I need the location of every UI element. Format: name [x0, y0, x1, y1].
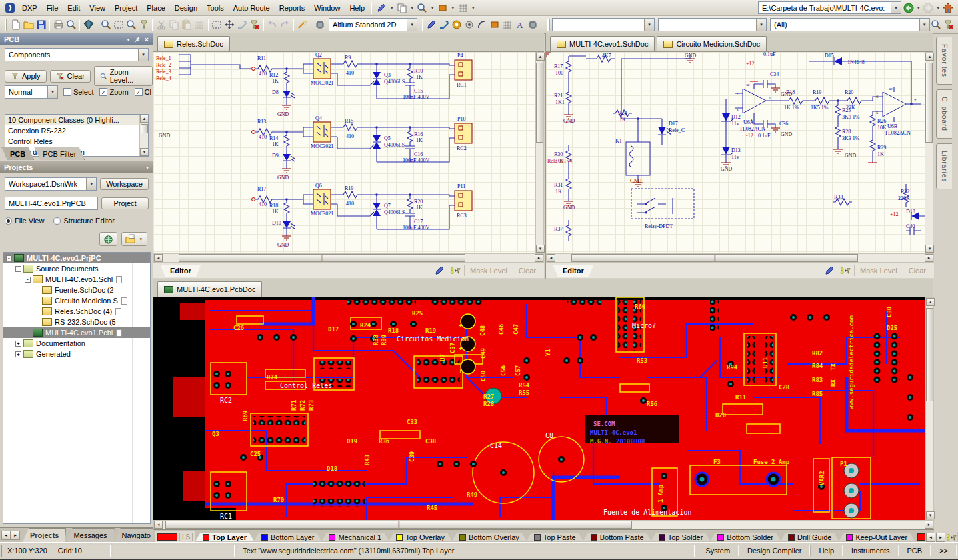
document-tab[interactable]: MULTI-4C.evo1.PcbDoc [157, 281, 262, 297]
chevron-down-icon[interactable]: ▾ [407, 19, 417, 31]
tree-item-label[interactable]: MULTI-4C.evo1.Pcbl [45, 329, 113, 337]
tree-item[interactable]: Reles.SchDoc (4) [3, 306, 150, 317]
filter-combo-2[interactable]: ▾ [658, 18, 767, 31]
menu-item[interactable]: Project [110, 3, 142, 13]
mask-level-button[interactable]: Mask Level [854, 265, 903, 276]
select-area-icon[interactable] [211, 17, 223, 32]
wand-icon[interactable] [296, 17, 309, 32]
back-button[interactable] [901, 1, 916, 15]
panel-tab[interactable]: PCB Filter [34, 147, 85, 160]
clear-filter-icon[interactable] [249, 17, 261, 32]
view-style-combo[interactable]: Altium Standard 2D ▾ [329, 18, 417, 31]
menu-item[interactable]: Tools [202, 3, 229, 13]
chevron-down-icon[interactable]: ▾ [86, 178, 96, 190]
tree-item[interactable]: - MULTI-4C.evo1.PrjPC [3, 253, 150, 263]
chevron-down-icon[interactable]: ▾ [430, 5, 435, 11]
redo-icon[interactable] [279, 17, 291, 32]
cut-icon[interactable] [155, 17, 167, 32]
document-tab[interactable]: Reles.SchDoc [157, 36, 230, 51]
checkbox-box[interactable] [63, 88, 71, 96]
panel-menu-icon[interactable]: ▾ [146, 165, 149, 171]
apply-button[interactable]: Apply [5, 70, 47, 83]
layer-tab[interactable]: Top Layer [195, 533, 254, 541]
tree-item[interactable]: + Documentation [3, 338, 150, 349]
view-3d-icon[interactable] [82, 17, 95, 32]
highlight-mode-combo[interactable]: Normal ▾ [5, 85, 58, 99]
editor-tab[interactable]: Editor [553, 265, 594, 277]
copy-icon[interactable] [168, 17, 181, 32]
layer-tab[interactable]: Bottom Overlay [452, 533, 527, 541]
panel-bottom-tab[interactable]: Projects [23, 528, 66, 542]
chevron-down-icon[interactable]: ▾ [451, 5, 456, 11]
chevron-down-icon[interactable]: ▾ [471, 5, 476, 11]
chevron-down-icon[interactable]: ▾ [47, 86, 57, 98]
tree-expand-glyph[interactable]: + [15, 351, 21, 357]
chevron-down-icon[interactable]: ▾ [138, 49, 148, 61]
place-component-icon[interactable] [527, 17, 539, 32]
interactive-route-icon[interactable] [437, 17, 450, 32]
tree-item-label[interactable]: RS-232.SchDoc (5 [55, 318, 116, 326]
menu-item[interactable]: Design [170, 3, 202, 13]
status-button[interactable]: Help [810, 545, 843, 556]
schematic-canvas-reles[interactable]: Rele_1Rele_2Rele_3Rele_4GNDR11410R121KD8… [153, 52, 535, 253]
browse-components-icon[interactable] [313, 17, 326, 32]
place-string-icon[interactable] [514, 17, 527, 32]
scroll-right-arrow[interactable]: ▸ [925, 254, 933, 262]
panel-tab[interactable]: PCB [1, 147, 34, 160]
grid-tools-icon[interactable] [455, 1, 470, 15]
pin-icon[interactable]: 📌︎ [134, 36, 141, 43]
status-button[interactable]: System [697, 545, 739, 556]
pcb-vscrollbar[interactable]: ▴ ▾ [925, 297, 934, 520]
menu-item[interactable]: Auto Route [229, 3, 275, 13]
pcb-hscrollbar[interactable]: ◂ ║ ▸ [153, 520, 934, 529]
scrollbar-thumb[interactable] [536, 63, 543, 143]
pencil-icon[interactable] [822, 263, 837, 278]
panel-mode-combo[interactable]: Components ▾ [5, 48, 149, 61]
place-array-icon[interactable] [501, 17, 513, 32]
pencil-icon[interactable] [432, 263, 447, 278]
open-document-icon[interactable] [22, 17, 35, 32]
save-icon[interactable] [35, 17, 47, 32]
class-list-header[interactable]: 10 Component Classes (0 Highli... [5, 115, 148, 125]
scrollbar-thumb[interactable] [141, 124, 148, 133]
layer-tab[interactable]: Top Paste [527, 533, 583, 541]
layer-tab[interactable]: Mechanical 1 [321, 533, 389, 541]
align-tools-icon[interactable] [395, 1, 409, 15]
side-panel-tab[interactable]: Clipboard [936, 89, 952, 139]
chevron-down-icon[interactable]: ▾ [389, 5, 395, 11]
scrollbar-thumb[interactable] [925, 63, 933, 143]
tree-expand-glyph[interactable]: + [15, 341, 21, 347]
find-tools-icon[interactable] [415, 1, 429, 15]
tabs-scroll-right-icon[interactable]: ▸ [11, 531, 20, 540]
panel-bottom-tab[interactable]: Messages [66, 528, 114, 542]
pcb-canvas[interactable]: C26D17R24R18R19R25R38R39Circuitos Medici… [153, 297, 925, 520]
scroll-down-arrow[interactable]: ▾ [536, 245, 545, 253]
component-class-item[interactable]: Control Reles [5, 136, 148, 147]
layer-tab[interactable]: Top Solder [651, 533, 711, 541]
clear-button[interactable]: Clear [50, 70, 91, 83]
place-fill-icon[interactable] [488, 17, 501, 32]
forward-button[interactable] [921, 1, 935, 15]
menu-item[interactable]: File [42, 3, 63, 13]
chevron-down-icon[interactable]: ▾ [935, 5, 941, 11]
menu-item[interactable]: Edit [63, 3, 85, 13]
document-tab[interactable]: MULTI-4C.evo1.SchDoc [550, 36, 655, 51]
scroll-up-arrow[interactable]: ▴ [926, 298, 935, 306]
checkbox-box[interactable]: ✓ [135, 88, 143, 96]
mask-level-button[interactable]: Mask Level [464, 265, 513, 276]
layer-tab[interactable]: Bottom Layer [254, 533, 321, 541]
menu-item[interactable]: Help [345, 3, 369, 13]
panel-menu-icon[interactable]: ▾ [127, 37, 130, 43]
status-button[interactable]: Instruments [843, 545, 898, 556]
dots-filter-icon[interactable] [837, 263, 854, 278]
tree-item-label[interactable]: MULTI-4C.evo1.Schl [45, 275, 113, 283]
place-line-icon[interactable] [425, 17, 437, 32]
layer-tab[interactable]: Keep-Out Layer [839, 533, 915, 541]
left-pane-hscrollbar[interactable]: ◂ ║ ▸ [153, 253, 544, 263]
clear-button[interactable]: Clear [513, 265, 541, 276]
menu-item[interactable]: Place [142, 3, 170, 13]
checkbox[interactable]: ✓ Zoom [99, 88, 128, 96]
tree-item-label[interactable]: MULTI-4C.evo1.PrjPC [27, 254, 101, 262]
dimension-tools-icon[interactable] [435, 1, 450, 15]
tree-item-label[interactable]: Documentation [36, 339, 85, 347]
